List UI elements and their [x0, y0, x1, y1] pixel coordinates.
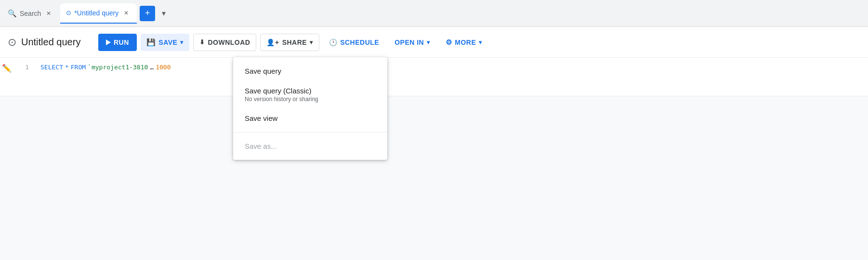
- tab-search-close[interactable]: ✕: [44, 9, 53, 18]
- save-query-classic-item[interactable]: Save query (Classic) No version history …: [233, 81, 387, 96]
- run-play-icon: [106, 39, 111, 45]
- schedule-icon: 🕐: [329, 39, 338, 46]
- schedule-button[interactable]: 🕐 SCHEDULE: [323, 34, 385, 51]
- save-query-classic-label: Save query (Classic): [245, 87, 376, 95]
- share-button-label: SHARE: [282, 39, 307, 46]
- code-limit-value: 1000: [156, 64, 171, 71]
- keyword-star: *: [65, 64, 69, 71]
- run-button[interactable]: RUN: [98, 34, 137, 51]
- line-number-1: 1: [21, 64, 29, 71]
- open-in-button-label: OPEN IN: [395, 39, 424, 46]
- code-ellipsis: …: [150, 64, 154, 71]
- line-numbers: 1: [13, 58, 33, 77]
- open-in-button[interactable]: OPEN IN ▾: [389, 34, 436, 51]
- download-button-label: DOWNLOAD: [208, 39, 250, 46]
- share-icon: 👤+: [266, 39, 279, 46]
- query-title-area: ⊙ Untitled query: [8, 36, 94, 49]
- tab-bar-actions: + ▾: [140, 6, 171, 21]
- more-button[interactable]: ⚙ MORE ▾: [440, 34, 488, 51]
- open-in-chevron-icon: ▾: [427, 39, 430, 46]
- run-button-label: RUN: [114, 39, 129, 46]
- tab-untitled-query[interactable]: ⊙ *Untitled query ✕: [60, 3, 137, 24]
- tab-search-label: Search: [20, 10, 41, 17]
- download-icon: ⬇: [199, 39, 205, 46]
- save-button-label: SAVE: [158, 39, 177, 46]
- keyword-from: FROM: [71, 64, 86, 71]
- schedule-button-label: SCHEDULE: [340, 39, 379, 46]
- query-title: Untitled query: [21, 37, 80, 48]
- more-tabs-button[interactable]: ▾: [157, 7, 171, 20]
- tab-search[interactable]: 🔍 Search ✕: [2, 3, 59, 24]
- code-editor[interactable]: SELECT * FROM `myproject1-3810 … 1000: [33, 58, 178, 77]
- search-tab-icon: 🔍: [8, 9, 17, 18]
- download-button[interactable]: ⬇ DOWNLOAD: [193, 34, 257, 51]
- save-dropdown-menu: Save query Save query (Classic) No versi…: [233, 57, 387, 96]
- query-title-icon: ⊙: [8, 36, 16, 49]
- tab-bar: 🔍 Search ✕ ⊙ *Untitled query ✕ + ▾: [0, 0, 868, 27]
- save-icon: 💾: [146, 38, 156, 47]
- editor-area: ✏️ 1 SELECT * FROM `myproject1-3810 … 10…: [0, 58, 868, 96]
- toolbar: ⊙ Untitled query RUN 💾 SAVE ▾ ⬇ DOWNLOAD…: [0, 27, 868, 58]
- tab-untitled-query-label: *Untitled query: [74, 9, 118, 17]
- query-tab-icon: ⊙: [66, 9, 71, 16]
- pencil-icon: ✏️: [2, 64, 12, 73]
- more-tabs-icon: ▾: [162, 9, 166, 18]
- more-button-label: MORE: [455, 39, 476, 46]
- editor-gutter: ✏️: [0, 58, 13, 78]
- save-button[interactable]: 💾 SAVE ▾: [141, 34, 189, 51]
- new-tab-button[interactable]: +: [140, 6, 155, 21]
- save-query-label: Save query: [245, 67, 376, 75]
- save-query-item[interactable]: Save query: [233, 61, 387, 81]
- more-chevron-icon: ▾: [479, 39, 482, 46]
- gear-icon: ⚙: [446, 38, 452, 47]
- share-chevron-icon: ▾: [310, 39, 313, 46]
- tab-untitled-query-close[interactable]: ✕: [121, 8, 131, 18]
- new-tab-icon: +: [145, 8, 150, 18]
- save-chevron-icon: ▾: [180, 39, 184, 46]
- share-button[interactable]: 👤+ SHARE ▾: [260, 34, 319, 51]
- keyword-select: SELECT: [40, 64, 63, 71]
- save-query-classic-sublabel: No version history or sharing: [245, 96, 376, 96]
- code-identifier: `myproject1-3810: [88, 64, 148, 71]
